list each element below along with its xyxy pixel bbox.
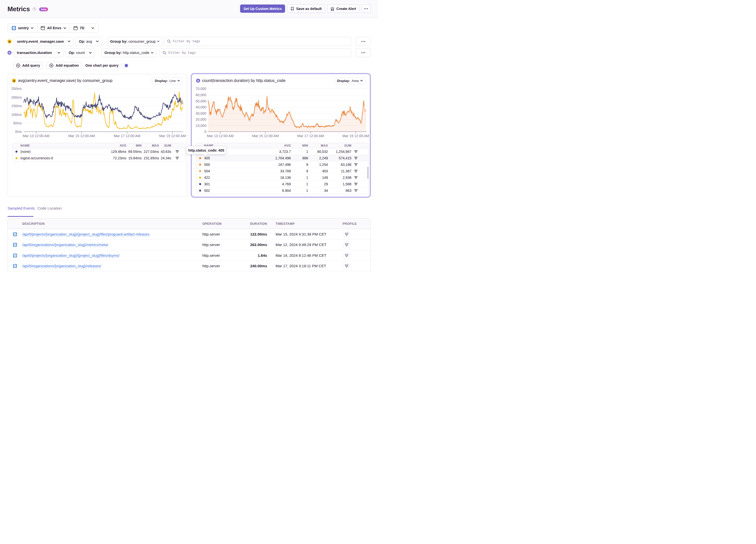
svg-text:70,000: 70,000 [196,87,206,91]
svg-text:Mar 17 12:00 AM: Mar 17 12:00 AM [114,134,140,138]
svg-text:Mar 17 12:00 AM: Mar 17 12:00 AM [297,134,324,138]
svg-text:40,000: 40,000 [196,105,206,109]
svg-text:0: 0 [204,130,206,134]
svg-text:Mar 19 12:00 AM: Mar 19 12:00 AM [159,134,186,138]
svg-text:Mar 13 12:00 AM: Mar 13 12:00 AM [23,134,49,138]
svg-text:200ms: 200ms [11,95,22,99]
svg-text:Mar 19 12:00 AM: Mar 19 12:00 AM [342,134,369,138]
svg-text:Mar 13 12:00 AM: Mar 13 12:00 AM [207,134,234,138]
svg-text:60,000: 60,000 [196,93,206,97]
svg-text:250ms: 250ms [11,87,22,91]
svg-text:Mar 15 12:00 AM: Mar 15 12:00 AM [252,134,279,138]
svg-text:20,000: 20,000 [196,117,206,121]
svg-text:Mar 15 12:00 AM: Mar 15 12:00 AM [68,134,95,138]
svg-text:50,000: 50,000 [196,99,206,103]
svg-text:150ms: 150ms [11,104,22,108]
svg-text:0ms: 0ms [15,130,22,134]
svg-text:100ms: 100ms [11,113,22,117]
svg-text:10,000: 10,000 [196,124,206,128]
svg-text:30,000: 30,000 [196,111,206,115]
svg-text:50ms: 50ms [13,121,22,125]
